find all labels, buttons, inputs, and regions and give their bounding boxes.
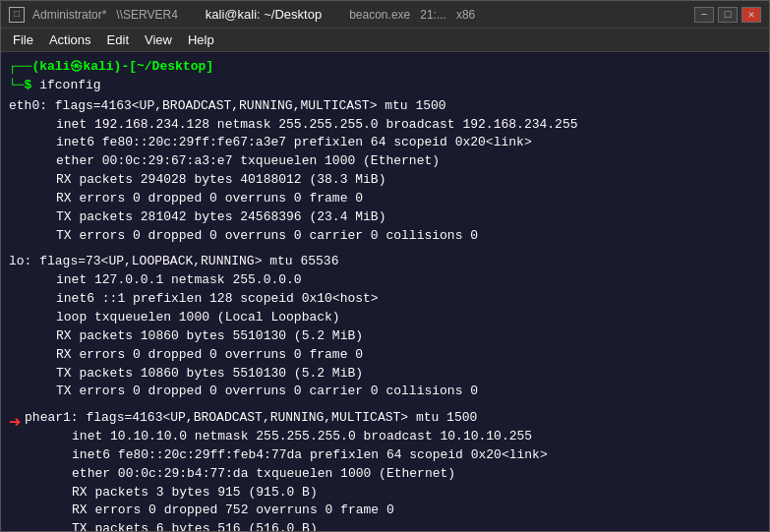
phear1-content: phear1: flags=4163<UP,BROADCAST,RUNNING,… xyxy=(25,409,761,531)
close-button[interactable]: ✕ xyxy=(741,7,761,23)
window-icon: □ xyxy=(9,7,25,23)
lo-loop: loop txqueuelen 1000 (Local Loopback) xyxy=(9,309,761,327)
minimize-button[interactable]: − xyxy=(694,7,714,23)
titlebar-bg-text: Administrator* \\SERVER4 xyxy=(32,8,198,22)
lo-rx-errors: RX errors 0 dropped 0 overruns 0 frame 0 xyxy=(9,346,761,365)
command-text: ifconfig xyxy=(39,78,100,92)
menu-help[interactable]: Help xyxy=(180,30,222,49)
prompt-symbol: └─$ xyxy=(9,78,39,92)
red-arrow-icon: ➜ xyxy=(9,409,21,438)
prompt-user: ┌──(kali㉿kali)-[~/Desktop] xyxy=(9,59,213,74)
lo-tx-errors: TX errors 0 dropped 0 overruns 0 carrier… xyxy=(9,383,761,401)
eth0-ether: ether 00:0c:29:67:a3:e7 txqueuelen 1000 … xyxy=(9,152,761,171)
spacer1 xyxy=(9,245,761,253)
phear1-rx-packets: RX packets 3 bytes 915 (915.0 B) xyxy=(25,484,761,502)
titlebar: □ Administrator* \\SERVER4 kali@kali: ~/… xyxy=(1,1,769,29)
menu-view[interactable]: View xyxy=(137,30,180,49)
eth0-tx-packets: TX packets 281042 bytes 24568396 (23.4 M… xyxy=(9,208,761,227)
lo-inet: inet 127.0.0.1 netmask 255.0.0.0 xyxy=(9,271,761,290)
lo-tx-packets: TX packets 10860 bytes 5510130 (5.2 MiB) xyxy=(9,365,761,384)
phear1-header: phear1: flags=4163<UP,BROADCAST,RUNNING,… xyxy=(25,409,761,428)
titlebar-bg-text2: beacon.exe 21:... x86 xyxy=(329,8,475,22)
phear1-section: ➜ phear1: flags=4163<UP,BROADCAST,RUNNIN… xyxy=(9,409,761,531)
spacer2 xyxy=(9,401,761,409)
menubar: File Actions Edit View Help xyxy=(1,29,769,52)
eth0-tx-errors: TX errors 0 dropped 0 overruns 0 carrier… xyxy=(9,227,761,246)
titlebar-title: kali@kali: ~/Desktop xyxy=(206,7,322,22)
phear1-ether: ether 00:0c:29:b4:77:da txqueuelen 1000 … xyxy=(25,465,761,484)
eth0-rx-errors: RX errors 0 dropped 0 overruns 0 frame 0 xyxy=(9,190,761,208)
maximize-button[interactable]: □ xyxy=(718,7,738,23)
menu-file[interactable]: File xyxy=(5,30,41,49)
eth0-inet: inet 192.168.234.128 netmask 255.255.255… xyxy=(9,116,761,135)
eth0-inet6: inet6 fe80::20c:29ff:fe67:a3e7 prefixlen… xyxy=(9,134,761,152)
terminal-content: ┌──(kali㉿kali)-[~/Desktop] └─$ ifconfig … xyxy=(9,58,761,531)
terminal-body[interactable]: ┌──(kali㉿kali)-[~/Desktop] └─$ ifconfig … xyxy=(1,52,769,531)
eth0-header: eth0: flags=4163<UP,BROADCAST,RUNNING,MU… xyxy=(9,97,761,116)
menu-edit[interactable]: Edit xyxy=(99,30,137,49)
lo-header: lo: flags=73<UP,LOOPBACK,RUNNING> mtu 65… xyxy=(9,253,761,271)
lo-inet6: inet6 ::1 prefixlen 128 scopeid 0x10<hos… xyxy=(9,290,761,309)
lo-rx-packets: RX packets 10860 bytes 5510130 (5.2 MiB) xyxy=(9,327,761,346)
phear1-rx-errors: RX errors 0 dropped 752 overruns 0 frame… xyxy=(25,502,761,520)
titlebar-left: □ Administrator* \\SERVER4 kali@kali: ~/… xyxy=(9,7,475,23)
lo-flags: lo: flags=73<UP,LOOPBACK,RUNNING> mtu 65… xyxy=(9,254,338,268)
terminal-window: □ Administrator* \\SERVER4 kali@kali: ~/… xyxy=(0,0,770,532)
command-line: └─$ ifconfig xyxy=(9,77,761,95)
titlebar-controls: − □ ✕ xyxy=(694,7,761,23)
menu-actions[interactable]: Actions xyxy=(41,30,99,49)
phear1-inet: inet 10.10.10.0 netmask 255.255.255.0 br… xyxy=(25,428,761,446)
eth0-flags: eth0: flags=4163<UP,BROADCAST,RUNNING,MU… xyxy=(9,98,446,113)
phear1-inet6: inet6 fe80::20c:29ff:feb4:77da prefixlen… xyxy=(25,446,761,465)
prompt-line: ┌──(kali㉿kali)-[~/Desktop] xyxy=(9,58,761,77)
eth0-rx-packets: RX packets 294028 bytes 40188012 (38.3 M… xyxy=(9,171,761,190)
phear1-tx-packets: TX packets 6 bytes 516 (516.0 B) xyxy=(25,520,761,531)
